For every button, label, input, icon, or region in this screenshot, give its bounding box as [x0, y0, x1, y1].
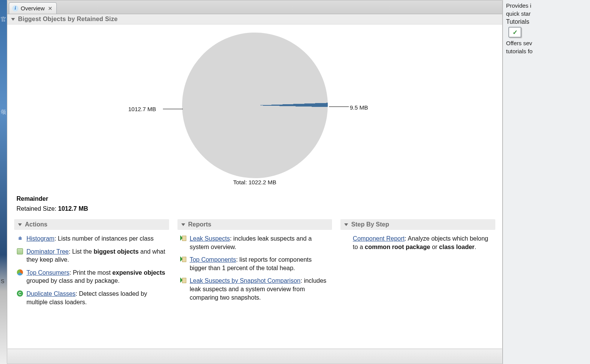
action-top-consumers: Top Consumers: Print the most expensive … — [16, 269, 167, 285]
close-icon[interactable]: ✕ — [47, 5, 53, 11]
panel-head-actions: Actions — [14, 219, 169, 230]
action-histogram: ılı Histogram: Lists number of instances… — [16, 234, 167, 243]
action-desc: grouped by class and by package. — [26, 277, 120, 284]
action-desc-bold: biggest objects — [94, 248, 138, 255]
link-component-report[interactable]: Component Report — [353, 235, 404, 242]
link-dominator-tree[interactable]: Dominator Tree — [26, 248, 69, 255]
retained-size-row: Retained Size: 1012.7 MB — [16, 205, 493, 212]
tab-title: Overview — [21, 5, 45, 11]
link-histogram[interactable]: Histogram — [26, 235, 54, 242]
editor-area: i Overview ✕ Biggest Objects by Retained… — [7, 0, 503, 364]
selected-object-name: Remainder — [16, 195, 493, 202]
panel-head-step: Step By Step — [340, 219, 495, 230]
left-sidebar-strip: 官 颂 S — [0, 0, 7, 364]
link-duplicate-classes[interactable]: Duplicate Classes — [26, 290, 76, 297]
panel-actions: Actions ılı Histogram: Lists number of i… — [14, 219, 169, 311]
bottom-tab-bar — [8, 349, 502, 363]
report-icon — [180, 235, 187, 242]
help-text: quick star — [506, 10, 587, 17]
action-desc: . — [475, 244, 476, 250]
tutorials-icon[interactable]: ✓ — [508, 27, 521, 38]
info-icon: i — [12, 5, 18, 11]
panel-title: Reports — [188, 221, 211, 228]
link-leak-suspects-comparison[interactable]: Leak Suspects by Snapshot Comparison — [190, 277, 301, 284]
chart-total-label: Total: 1022.2 MB — [233, 179, 276, 185]
left-char: S — [0, 277, 7, 285]
action-desc: : List the — [69, 248, 94, 255]
help-text: Provides i — [506, 2, 587, 9]
editor-tab-bar: i Overview ✕ — [7, 0, 502, 14]
link-top-consumers[interactable]: Top Consumers — [26, 269, 69, 276]
histogram-icon: ılı — [16, 235, 23, 242]
left-char: 官 — [0, 15, 7, 24]
section-title: Biggest Objects by Retained Size — [18, 16, 118, 23]
tab-overview[interactable]: i Overview ✕ — [9, 2, 57, 14]
pie-leader-line — [163, 109, 183, 109]
report-top-components: Top Components: list reports for compone… — [180, 256, 330, 272]
tree-icon — [16, 248, 23, 255]
pie-chart[interactable] — [179, 30, 330, 180]
editor-body[interactable]: Biggest Objects by Retained Size Total: … — [7, 14, 502, 348]
action-desc: : Lists number of instances per class — [54, 235, 154, 242]
retained-size-label: Retained Size: — [16, 205, 56, 212]
tutorials-desc: tutorials fo — [506, 48, 587, 54]
action-dominator-tree: Dominator Tree: List the biggest objects… — [16, 248, 167, 264]
section-biggest-objects: Biggest Objects by Retained Size — [7, 14, 502, 25]
pie-slice-label-other: 9.5 MB — [350, 104, 368, 111]
consumers-icon — [16, 269, 23, 276]
help-side-panel: Provides i quick star Tutorials ✓ Offers… — [503, 0, 590, 364]
panel-title: Step By Step — [351, 221, 389, 228]
panel-head-reports: Reports — [177, 219, 332, 230]
blank-icon — [343, 235, 350, 242]
pie-leader-line — [329, 107, 349, 107]
tutorials-desc: Offers sev — [506, 40, 587, 46]
link-top-components[interactable]: Top Components — [190, 256, 236, 263]
selection-summary: Remainder Retained Size: 1012.7 MB — [7, 193, 502, 219]
tutorials-title: Tutorials — [506, 18, 587, 25]
chevron-down-icon[interactable] — [181, 223, 185, 226]
retained-size-value: 1012.7 MB — [58, 205, 88, 212]
report-icon — [180, 256, 187, 263]
action-desc-bold: class loader — [439, 244, 475, 250]
panel-title: Actions — [25, 221, 48, 228]
pie-chart-area: Total: 1022.2 MB 1012.7 MB 9.5 MB — [7, 25, 502, 193]
report-leak-suspects: Leak Suspects: includes leak suspects an… — [180, 234, 330, 251]
report-leak-suspects-comparison: Leak Suspects by Snapshot Comparison: in… — [180, 277, 330, 302]
action-desc: : Print the most — [69, 269, 112, 276]
duplicate-icon: C — [16, 290, 23, 297]
action-desc-bold: expensive objects — [112, 269, 165, 276]
action-desc-bold: common root package — [365, 244, 430, 250]
link-leak-suspects[interactable]: Leak Suspects — [190, 235, 230, 242]
left-char: 颂 — [0, 108, 7, 116]
panel-reports: Reports Leak Suspects: includes leak sus… — [177, 219, 332, 311]
report-icon — [180, 277, 187, 284]
chevron-down-icon[interactable] — [11, 18, 15, 21]
chevron-down-icon[interactable] — [344, 223, 348, 226]
step-component-report: Component Report: Analyze objects which … — [343, 234, 493, 251]
panels-row: Actions ılı Histogram: Lists number of i… — [7, 219, 502, 322]
action-duplicate-classes: C Duplicate Classes: Detect classes load… — [16, 290, 167, 306]
chevron-down-icon[interactable] — [18, 223, 22, 226]
panel-step-by-step: Step By Step Component Report: Analyze o… — [340, 219, 495, 311]
pie-slice-label-remainder: 1012.7 MB — [128, 106, 156, 112]
action-desc: or — [430, 244, 439, 250]
